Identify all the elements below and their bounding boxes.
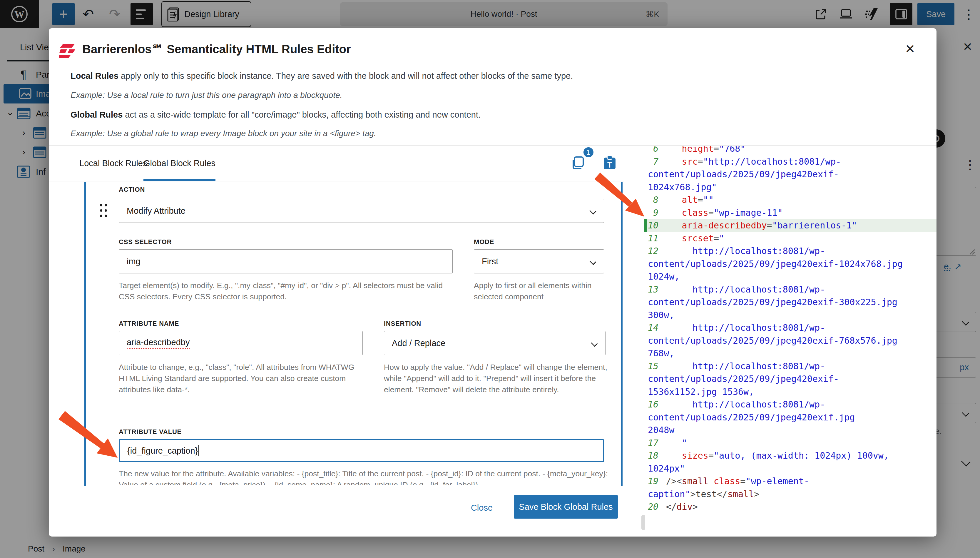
code-line-16: 16 http://localhost:8081/wp-content/uplo… [644, 398, 936, 437]
line-number: 19 [648, 475, 659, 488]
local-rules-text: apply only to this specific block instan… [118, 71, 573, 80]
code-line-17: 17 " [644, 437, 936, 450]
tab-local-block-rules[interactable]: Local Block Rules [79, 146, 147, 181]
code-line-9: 9 class="wp-image-11" [644, 207, 936, 219]
attribute-name-input[interactable]: aria-describedby [119, 331, 363, 355]
text-cursor [198, 445, 199, 456]
insertion-help: How to apply the value. "Add / Replace" … [384, 362, 607, 395]
line-number: 9 [648, 207, 659, 219]
mode-help: Apply to first or all elements within se… [474, 280, 606, 302]
line-number: 8 [648, 194, 659, 207]
css-selector-input[interactable]: img [119, 249, 453, 273]
code-line-10: 10 aria-describedby="barrierenlos-1" [644, 219, 936, 232]
wordpress-editor: W + ↶ ↷ Design Library Hello world! · Po… [0, 0, 980, 558]
close-modal-text-button[interactable]: Close [463, 497, 501, 518]
rule-card-border-right [621, 182, 623, 486]
copy-count-badge: 1 [583, 146, 594, 158]
local-rules-example: Example: Use a local rule to turn just t… [70, 90, 343, 100]
attribute-name-value: aria-describedby [127, 338, 190, 349]
line-number: 18 [648, 449, 659, 462]
code-line-18: 18 sizes="auto, (max-width: 1024px) 100v… [644, 449, 936, 475]
insertion-value: Add / Replace [392, 338, 445, 348]
line-number: 14 [648, 321, 659, 334]
line-number: 12 [648, 245, 659, 258]
footer-divider [59, 486, 624, 486]
line-number: 11 [648, 232, 659, 245]
line-number: 16 [648, 398, 659, 411]
save-block-global-rules-button[interactable]: Save Block Global Rules [514, 495, 618, 519]
action-value: Modify Attribute [127, 206, 185, 216]
local-rules-description: Local Rules apply only to this specific … [70, 71, 573, 81]
action-select[interactable]: Modify Attribute [119, 199, 604, 223]
css-selector-help: Target element(s) to modify. E.g., ".my-… [119, 280, 454, 302]
attribute-value-help: The new value for the attribute. Availab… [119, 468, 616, 485]
code-line-7: 7 src="http://localhost:8081/wp-content/… [644, 155, 936, 194]
line-number: 7 [648, 155, 659, 168]
annotation-arrow-head [97, 438, 118, 458]
attribute-name-label: ATTRIBUTE NAME [119, 320, 179, 328]
tab-global-block-rules[interactable]: Global Block Rules [143, 146, 215, 181]
code-scrollbar-thumb[interactable] [641, 515, 645, 530]
copy-rules-button[interactable] [572, 156, 585, 171]
line-number: 17 [648, 437, 659, 450]
attribute-value-label: ATTRIBUTE VALUE [119, 428, 182, 436]
line-number: 6 [648, 146, 659, 155]
css-selector-label: CSS SELECTOR [119, 238, 172, 246]
mode-value: First [482, 257, 498, 266]
close-modal-button[interactable]: ✕ [901, 40, 919, 57]
mode-select[interactable]: First [474, 249, 604, 273]
close-icon: ✕ [905, 42, 915, 56]
code-line-11: 11 srcset=" [644, 232, 936, 245]
code-preview-panel[interactable]: 6 height="768"7 src="http://localhost:80… [644, 146, 936, 537]
code-line-6: 6 height="768" [644, 146, 936, 155]
code-line-19: 19 /><small class="wp-element-caption">t… [644, 475, 936, 501]
global-rules-description: Global Rules act as a site-wide template… [70, 110, 480, 120]
code-line-14: 14 http://localhost:8081/wp-content/uplo… [644, 321, 936, 360]
line-number: 10 [648, 219, 659, 232]
modal-title: Barrierenlos℠ Semanticality HTML Rules E… [82, 42, 351, 56]
insertion-select[interactable]: Add / Replace [384, 331, 606, 355]
attribute-value-input[interactable]: {id_figure_caption} [119, 439, 604, 462]
paste-rules-button[interactable]: T [603, 155, 617, 171]
code-line-15: 15 http://localhost:8081/wp-content/uplo… [644, 360, 936, 398]
rules-tabs: Local Block Rules Global Block Rules [49, 146, 624, 181]
insertion-label: INSERTION [384, 320, 421, 328]
rule-card-border-left [84, 182, 86, 486]
css-selector-value: img [127, 257, 141, 266]
line-number: 13 [648, 283, 659, 296]
html-rules-editor-modal: Barrierenlos℠ Semanticality HTML Rules E… [49, 28, 936, 537]
attribute-name-help: Attribute to change, e.g., "class", "rol… [119, 362, 357, 395]
annotation-arrow-shaft [59, 411, 104, 448]
mode-label: MODE [474, 238, 494, 246]
svg-text:T: T [607, 161, 612, 169]
action-label: ACTION [119, 186, 145, 194]
chevron-down-icon [590, 208, 597, 215]
code-line-12: 12 http://localhost:8081/wp-content/uplo… [644, 245, 936, 283]
global-rules-term: Global Rules [70, 110, 123, 119]
global-rules-text: act as a site-wide template for all "cor… [123, 110, 480, 119]
barrierenlos-logo-icon [59, 44, 78, 60]
global-rules-example: Example: Use a global rule to wrap every… [70, 129, 376, 138]
annotation-arrow-head [625, 199, 644, 217]
line-number: 20 [648, 501, 659, 513]
code-line-13: 13 http://localhost:8081/wp-content/uplo… [644, 283, 936, 322]
code-line-8: 8 alt="" [644, 194, 936, 207]
code-content: 6 height="768"7 src="http://localhost:80… [644, 146, 936, 513]
drag-handle[interactable] [98, 202, 109, 220]
chevron-down-icon [591, 340, 598, 347]
line-number: 15 [648, 360, 659, 373]
chevron-down-icon [590, 258, 597, 265]
local-rules-term: Local Rules [70, 71, 118, 80]
code-line-20: 20 </div> [644, 501, 936, 513]
attribute-value-text: {id_figure_caption} [127, 446, 198, 456]
